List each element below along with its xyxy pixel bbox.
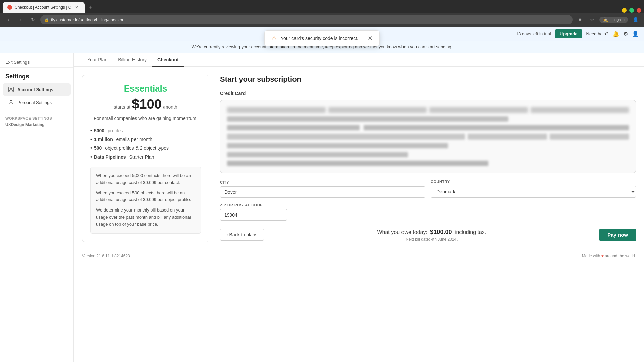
tab-checkout[interactable]: Checkout (152, 53, 184, 67)
need-help-btn[interactable]: Need help? (586, 31, 609, 36)
actions-row: ‹ Back to plans What you owe today: $100… (220, 229, 636, 242)
owe-suffix: including tax. (455, 229, 486, 235)
footer: Version 21.6.11+b8214623 Made with ♥ aro… (74, 250, 644, 262)
card-form (220, 100, 636, 173)
bookmark-icon[interactable]: ☆ (587, 15, 597, 24)
notification-icon[interactable]: 🔔 (612, 31, 619, 37)
toast-close-btn[interactable]: ✕ (368, 35, 373, 42)
personal-settings-icon (8, 99, 14, 105)
subscription-title: Start your subscription (220, 75, 636, 84)
country-field-group: COUNTRY Denmark United States United Kin… (431, 180, 636, 198)
feature-pipelines: Data Pipelines Starter Plan (90, 153, 201, 161)
feature-profiles: 5000 profiles (90, 126, 201, 135)
tab-favicon (7, 5, 12, 10)
plan-features-list: 5000 profiles 1 million emails per month… (90, 126, 201, 167)
subscription-panel: Start your subscription Credit Card (217, 75, 636, 242)
tab-close-icon[interactable]: ✕ (74, 4, 80, 10)
credit-card-label: Credit Card (220, 90, 636, 96)
plan-description: For small companies who are gaining mome… (90, 116, 201, 121)
heart-icon: ♥ (601, 254, 605, 258)
forward-nav-btn[interactable]: › (16, 15, 25, 24)
window-minimize[interactable]: − (622, 8, 627, 13)
per-month-label: /month (163, 104, 177, 110)
tab-billing-history[interactable]: Billing History (113, 53, 152, 67)
country-label: COUNTRY (431, 180, 636, 184)
price-amount: $100 (132, 97, 162, 111)
window-restore[interactable]: □ (629, 8, 634, 13)
eye-icon[interactable]: 👁 (575, 15, 585, 24)
pay-now-btn[interactable]: Pay now (599, 229, 636, 241)
back-to-plans-btn[interactable]: ‹ Back to plans (220, 229, 264, 241)
zip-row: ZIP OR POSTAL CODE (220, 203, 636, 221)
address-bar-row: ‹ › ↻ 🔒 fly.customer.io/settings/billing… (0, 13, 644, 27)
trial-text: 13 days left in trial (516, 31, 551, 36)
workspace-name: UXDesign Marketing (0, 122, 73, 129)
toast-warning-icon: ⚠ (271, 35, 277, 42)
price-prefix: starts at (114, 104, 130, 110)
account-settings-label: Account Settings (17, 87, 53, 92)
sidebar-item-account-settings[interactable]: Account Settings (3, 83, 71, 96)
version-text: Version 21.6.11+b8214623 (82, 254, 130, 258)
overage-contacts: When you exceed 5,000 contacts there wil… (96, 172, 195, 186)
toast: ⚠ Your card's security code is incorrect… (264, 30, 380, 46)
svg-point-1 (10, 88, 12, 89)
svg-point-2 (10, 100, 12, 102)
new-tab-button[interactable]: + (86, 3, 95, 12)
back-nav-btn[interactable]: ‹ (4, 15, 13, 24)
checkout-layout: Essentials starts at $100 /month For sma… (74, 67, 644, 250)
toast-message: Your card's security code is incorrect. (281, 36, 358, 41)
browser-tab-active[interactable]: Checkout | Account Settings | C ✕ (3, 2, 85, 13)
personal-settings-label: Personal Settings (17, 100, 52, 105)
address-bar[interactable]: 🔒 fly.customer.io/settings/billing/check… (40, 15, 573, 24)
made-with-text: Made with ♥ around the world. (582, 254, 636, 258)
owe-amount: $100.00 (430, 229, 452, 235)
city-field-group: CITY (220, 180, 425, 198)
tabs-bar: Your Plan Billing History Checkout (74, 53, 644, 67)
tab-bar: Checkout | Account Settings | C ✕ + − □ … (0, 0, 644, 13)
owe-section: What you owe today: $100.00 including ta… (272, 229, 592, 242)
plan-pricing: starts at $100 /month (90, 97, 201, 112)
plan-panel: Essentials starts at $100 /month For sma… (82, 75, 209, 242)
city-input[interactable] (220, 186, 425, 198)
tab-title: Checkout | Account Settings | C (15, 5, 71, 10)
workspace-section-title: WORKSPACE SETTINGS (0, 114, 73, 122)
tab-your-plan[interactable]: Your Plan (82, 53, 113, 67)
feature-objects: 500 object profiles & 2 object types (90, 144, 201, 153)
settings-icon[interactable]: ⚙ (623, 31, 628, 37)
url-text: fly.customer.io/settings/billing/checkou… (51, 17, 126, 22)
address-row-city-country: CITY COUNTRY Denmark United States Unite… (220, 180, 636, 198)
overage-billing-explanation: We determine your monthly bill based on … (96, 207, 195, 228)
incognito-label: Incognito (609, 18, 625, 22)
account-settings-icon (8, 86, 14, 93)
overage-box: When you exceed 5,000 contacts there wil… (90, 167, 201, 234)
city-label: CITY (220, 180, 425, 184)
country-select[interactable]: Denmark United States United Kingdom Ger… (431, 186, 636, 198)
main-content: Your Plan Billing History Checkout Essen… (74, 53, 644, 362)
owe-text: What you owe today: (377, 229, 427, 235)
upgrade-btn[interactable]: Upgrade (555, 29, 582, 38)
next-bill-date: Next bill date: 4th June 2024. (272, 237, 592, 242)
zip-label: ZIP OR POSTAL CODE (220, 203, 636, 207)
profile-btn[interactable]: 👤 (631, 15, 640, 24)
owe-row: What you owe today: $100.00 including ta… (272, 229, 592, 236)
lock-icon: 🔒 (44, 18, 49, 22)
incognito-badge: 🕵 Incognito (599, 17, 628, 23)
settings-heading: Settings (0, 70, 73, 83)
overage-objects: When you exceed 500 objects there will b… (96, 190, 195, 204)
card-number-field-blurred (227, 107, 629, 113)
plan-name: Essentials (90, 83, 201, 94)
reload-btn[interactable]: ↻ (28, 15, 38, 24)
zip-input[interactable] (220, 209, 287, 221)
sidebar: Exit Settings Settings Account Settings … (0, 53, 74, 362)
window-close[interactable]: ✕ (637, 8, 641, 13)
feature-emails: 1 million emails per month (90, 135, 201, 144)
sidebar-item-personal-settings[interactable]: Personal Settings (3, 96, 71, 108)
user-avatar[interactable]: 👤 (632, 31, 639, 37)
exit-settings-btn[interactable]: Exit Settings (0, 57, 73, 68)
